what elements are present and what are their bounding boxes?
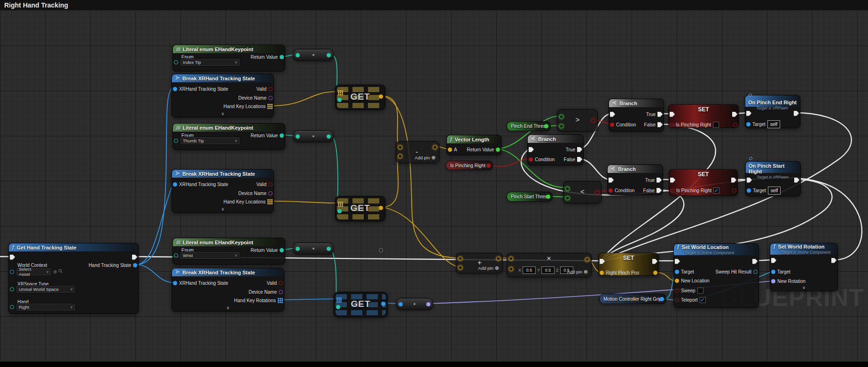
reroute-int-2[interactable] [293,130,334,142]
checkbox[interactable]: ✓ [713,187,719,194]
literal-enum-thumb-tip[interactable]: ▤Literal enum EHandKeypointEnumReturn Va… [172,123,285,150]
dropdown[interactable]: Index Tip∨ [180,58,240,66]
get-index-tip-location[interactable]: GET [335,85,385,110]
red-pin[interactable] [675,289,679,293]
exec-pin[interactable] [529,147,534,152]
gold-pin[interactable] [509,267,513,271]
blue-pin[interactable] [173,281,177,285]
blue-pin[interactable] [660,297,664,301]
add-pin-button[interactable]: Add pin⊕ [415,155,436,161]
get-hand-tracking-state[interactable]: ƒGet Hand Tracking StateWorld ContextHan… [8,243,139,314]
set-right-pinch-pos[interactable]: SETRight Pinch Pos [598,253,659,276]
expand-chevron-icon[interactable]: ∨ [172,207,274,211]
exec-pin[interactable] [732,112,737,117]
teal-pin[interactable] [327,134,331,139]
red-pin[interactable] [279,281,283,285]
gold-array-pin[interactable] [267,199,273,204]
exec-pin[interactable] [657,112,663,117]
dropdown[interactable]: Right∨ [16,303,76,311]
get-thumb-tip-location[interactable]: GET [335,196,385,221]
gold-pin[interactable] [458,265,462,270]
teal-pin[interactable] [174,139,178,143]
on-pinch-end-right[interactable]: ◇On Pinch End RightTarget is VRPawnTarge… [745,95,800,128]
exec-pin[interactable] [831,258,837,263]
gold-pin[interactable] [496,257,500,261]
exec-pin[interactable] [752,259,758,264]
blue-pin[interactable] [133,263,137,267]
target-self-field[interactable]: self [767,120,781,128]
green-pin[interactable] [565,196,570,200]
exec-pin[interactable] [577,147,582,152]
expand-chevron-icon[interactable]: ∨ [770,285,837,290]
red-pin[interactable] [609,188,613,193]
get-wrist-rotation[interactable]: GET [334,292,388,317]
vector-input[interactable]: X0.5Y0.5Z0.5 [518,266,573,274]
less-than-node[interactable]: < [563,181,602,203]
multiply-node[interactable]: ×X0.5Y0.5Z0.5Add pin⊕ [507,253,592,277]
green-pin[interactable] [546,195,550,199]
dropdown[interactable]: Thumb Tip∨ [180,137,240,145]
blue-array-pin[interactable] [336,297,342,303]
red-pin[interactable] [595,190,599,195]
exec-pin[interactable] [731,178,736,183]
purple-pin[interactable] [268,96,273,100]
greater-than-node[interactable]: > [557,109,598,132]
teal-pin[interactable] [174,60,178,64]
literal-enum-wrist[interactable]: ▤Literal enum EHandKeypointEnumReturn Va… [172,238,285,265]
blue-pin[interactable] [771,270,775,274]
gold-pin[interactable] [509,257,513,261]
red-pin[interactable] [670,188,674,193]
break-xrhand-tracking-state-2[interactable]: Break XRHand Tracking StateXRHand Tracki… [172,169,274,213]
red-pin[interactable] [268,182,273,187]
gold-pin[interactable] [600,271,604,275]
reroute-knot[interactable] [379,248,383,252]
literal-enum-index-tip[interactable]: ▤Literal enum EHandKeypointEnumReturn Va… [172,45,285,71]
cyan-pin[interactable] [753,270,758,274]
blue-pin[interactable] [10,270,14,274]
exec-pin[interactable] [747,178,752,183]
blue-pin[interactable] [381,302,385,306]
exec-pin[interactable] [657,188,662,193]
blue-array-pin[interactable] [278,298,283,303]
branch-pinch-end[interactable]: BranchTrueConditionFalse [609,99,664,132]
gold-pin[interactable] [653,271,657,275]
red-pin[interactable] [670,123,674,127]
exec-pin[interactable] [652,259,657,264]
red-pin[interactable] [529,157,533,162]
teal-pin[interactable] [327,53,331,57]
red-pin[interactable] [591,118,595,123]
gold-array-pin[interactable] [267,104,273,109]
teal-pin[interactable] [336,305,340,309]
teal-pin[interactable] [296,134,300,139]
exec-pin[interactable] [746,111,751,116]
gold-pin[interactable] [398,154,402,158]
gold-pin[interactable] [379,94,383,99]
dropdown[interactable]: Wrist∨ [180,251,240,259]
exec-pin[interactable] [657,178,662,183]
blue-pin[interactable] [173,182,177,187]
gold-pin[interactable] [675,279,679,283]
exec-pin[interactable] [794,111,799,116]
exec-pin[interactable] [132,255,137,260]
set-is-pinching-right-true[interactable]: SETIs Pinching Right✓ [669,169,738,196]
gold-pin[interactable] [448,148,452,152]
blue-pin[interactable] [747,188,751,193]
dropdown[interactable]: Unreal World Space∨ [16,285,76,293]
branch-pinch-start[interactable]: BranchTrueConditionFalse [607,164,663,195]
green-pin[interactable] [565,187,570,191]
lav-pin[interactable] [426,302,430,306]
red-pin[interactable] [675,298,679,302]
blue-pin[interactable] [746,122,751,126]
exec-pin[interactable] [794,178,799,183]
exec-pin[interactable] [670,178,675,183]
asset-dropdown[interactable]: Select Asset∨ [16,268,52,276]
reroute-int-1[interactable] [293,49,334,61]
set-world-rotation[interactable]: ƒSet World RotationTarget is Scene Compo… [770,243,838,291]
exec-pin[interactable] [609,178,614,183]
exec-pin[interactable] [675,259,680,264]
gold-pin[interactable] [458,257,462,261]
teal-pin[interactable] [10,305,14,309]
teal-pin[interactable] [327,247,331,251]
gold-pin[interactable] [379,206,383,210]
gold-pin[interactable] [398,145,402,149]
